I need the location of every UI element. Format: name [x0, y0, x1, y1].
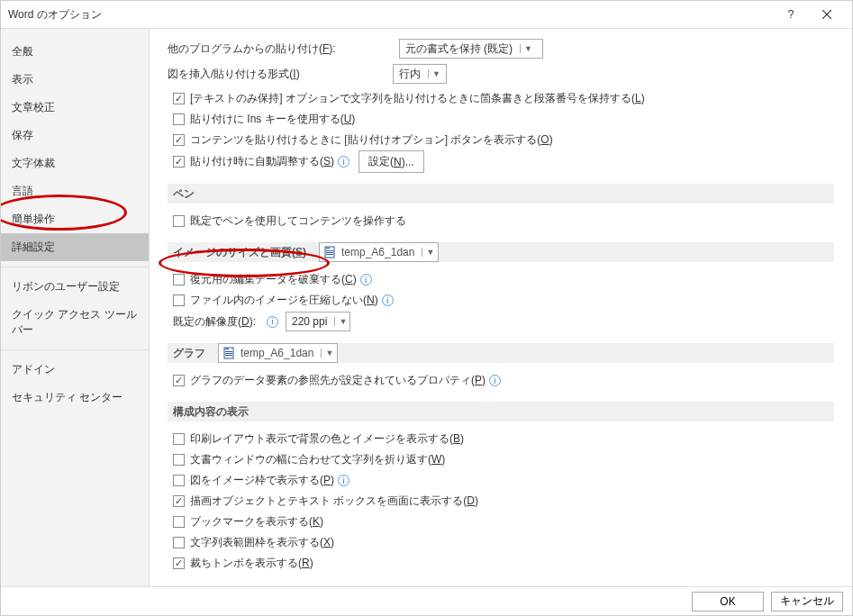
graph-doc-dropdown[interactable]: temp_A6_1dan▼	[218, 343, 338, 363]
show-bg-label: 印刷レイアウト表示で背景の色とイメージを表示する(B)	[190, 431, 464, 447]
graph-section-header: グラフ temp_A6_1dan▼	[168, 343, 834, 363]
image-placeholder-label: 図をイメージ枠で表示する(P)	[190, 473, 334, 488]
svg-rect-9	[225, 351, 232, 352]
chevron-down-icon: ▼	[520, 44, 532, 53]
svg-rect-5	[326, 252, 333, 253]
show-crop-marks-label: 裁ちトンボを表示する(R)	[190, 556, 313, 571]
info-icon[interactable]: i	[489, 375, 501, 386]
sidebar-item[interactable]: 文字体裁	[1, 149, 149, 177]
insert-paste-format-label: 図を挿入/貼り付ける形式(I)	[168, 67, 330, 82]
no-compress-label: ファイル内のイメージを圧縮しない(N)	[190, 293, 378, 308]
insert-paste-format-dropdown[interactable]: 行内▼	[393, 64, 447, 84]
image-doc-dropdown[interactable]: temp_A6_1dan▼	[319, 242, 439, 262]
wrap-text-checkbox[interactable]	[173, 454, 185, 466]
sidebar: 全般表示文章校正保存文字体裁言語簡単操作詳細設定リボンのユーザー設定クイック ア…	[1, 29, 150, 586]
info-icon[interactable]: i	[338, 156, 349, 168]
show-drawings-checkbox[interactable]	[173, 495, 185, 507]
info-icon[interactable]: i	[338, 475, 349, 486]
sidebar-item[interactable]: 言語	[1, 177, 149, 205]
display-section-header: 構成内容の表示	[168, 402, 834, 421]
titlebar: Word のオプション ?	[1, 1, 852, 28]
pen-default-checkbox[interactable]	[173, 215, 185, 227]
sidebar-item[interactable]: アドイン	[1, 356, 149, 384]
close-button[interactable]	[809, 1, 845, 28]
chevron-down-icon: ▼	[321, 349, 333, 358]
auto-adjust-paste-label: 貼り付け時に自動調整する(S)	[190, 154, 334, 169]
show-drawings-label: 描画オブジェクトとテキスト ボックスを画面に表示する(D)	[190, 494, 478, 509]
keep-bullets-checkbox[interactable]	[173, 93, 185, 104]
ins-key-paste-label: 貼り付けに Ins キーを使用する(U)	[190, 112, 355, 127]
sidebar-item[interactable]: 表示	[1, 66, 149, 94]
sidebar-item[interactable]: 全般	[1, 38, 149, 66]
default-resolution-dropdown[interactable]: 220 ppi▼	[286, 312, 350, 331]
chevron-down-icon: ▼	[334, 317, 347, 326]
svg-rect-6	[326, 254, 333, 255]
no-compress-checkbox[interactable]	[173, 294, 185, 306]
discard-edit-data-checkbox[interactable]	[173, 274, 185, 285]
svg-rect-11	[225, 355, 232, 356]
show-paste-options-label: コンテンツを貼り付けるときに [貼り付けオプション] ボタンを表示する(O)	[190, 132, 553, 148]
graph-property-checkbox[interactable]	[173, 375, 185, 386]
sidebar-item[interactable]: 簡単操作	[1, 205, 149, 233]
discard-edit-data-label: 復元用の編集データを破棄する(C)	[190, 272, 357, 287]
show-bg-checkbox[interactable]	[173, 433, 185, 445]
show-paste-options-checkbox[interactable]	[173, 134, 185, 146]
auto-adjust-paste-checkbox[interactable]	[173, 156, 185, 168]
show-text-boundaries-label: 文字列表範囲枠を表示する(X)	[190, 535, 334, 550]
keep-bullets-label: [テキストのみ保持] オプションで文字列を貼り付けるときに箇条書きと段落番号を保…	[190, 91, 645, 106]
info-icon[interactable]: i	[382, 294, 394, 306]
pen-section-header: ペン	[168, 184, 834, 204]
content-panel: 他のプログラムからの貼り付け(F): 元の書式を保持 (既定)▼ 図を挿入/貼り…	[150, 29, 852, 586]
document-icon	[323, 246, 336, 258]
graph-property-label: グラフのデータ要素の参照先が設定されているプロパティ(P)	[190, 373, 485, 388]
image-section-header: イメージのサイズと画質(S) temp_A6_1dan▼	[168, 242, 834, 262]
sidebar-item[interactable]: 詳細設定	[1, 233, 149, 261]
show-bookmarks-label: ブックマークを表示する(K)	[190, 514, 323, 530]
chevron-down-icon: ▼	[422, 248, 434, 257]
info-icon[interactable]: i	[360, 274, 372, 285]
other-program-paste-label: 他のプログラムからの貼り付け(F):	[168, 41, 336, 57]
ins-key-paste-checkbox[interactable]	[173, 113, 185, 125]
svg-rect-10	[225, 353, 232, 354]
window-title: Word のオプション	[8, 7, 773, 23]
show-crop-marks-checkbox[interactable]	[173, 557, 185, 569]
svg-rect-8	[225, 349, 229, 349]
show-text-boundaries-checkbox[interactable]	[173, 537, 185, 548]
sidebar-item[interactable]: リボンのユーザー設定	[1, 273, 149, 301]
sidebar-item[interactable]: 保存	[1, 122, 149, 149]
sidebar-item[interactable]: 文章校正	[1, 94, 149, 122]
ok-button[interactable]: OK	[692, 592, 764, 611]
other-program-paste-dropdown[interactable]: 元の書式を保持 (既定)▼	[399, 39, 543, 59]
info-icon[interactable]: i	[267, 316, 278, 328]
svg-rect-4	[326, 250, 333, 251]
pen-default-label: 既定でペンを使用してコンテンツを操作する	[190, 213, 406, 229]
cancel-button[interactable]: キャンセル	[771, 592, 843, 611]
document-icon	[222, 347, 235, 359]
chevron-down-icon: ▼	[428, 69, 440, 78]
svg-rect-3	[326, 248, 330, 249]
footer: OK キャンセル	[1, 586, 852, 615]
image-placeholder-checkbox[interactable]	[173, 475, 185, 486]
sidebar-item[interactable]: セキュリティ センター	[1, 384, 149, 412]
sidebar-item[interactable]: クイック アクセス ツール バー	[1, 301, 149, 344]
default-resolution-label: 既定の解像度(D):	[173, 314, 256, 330]
paste-settings-button[interactable]: 設定(N)...	[358, 150, 424, 173]
wrap-text-label: 文書ウィンドウの幅に合わせて文字列を折り返す(W)	[190, 452, 445, 467]
help-button[interactable]: ?	[773, 1, 809, 28]
show-bookmarks-checkbox[interactable]	[173, 516, 185, 528]
